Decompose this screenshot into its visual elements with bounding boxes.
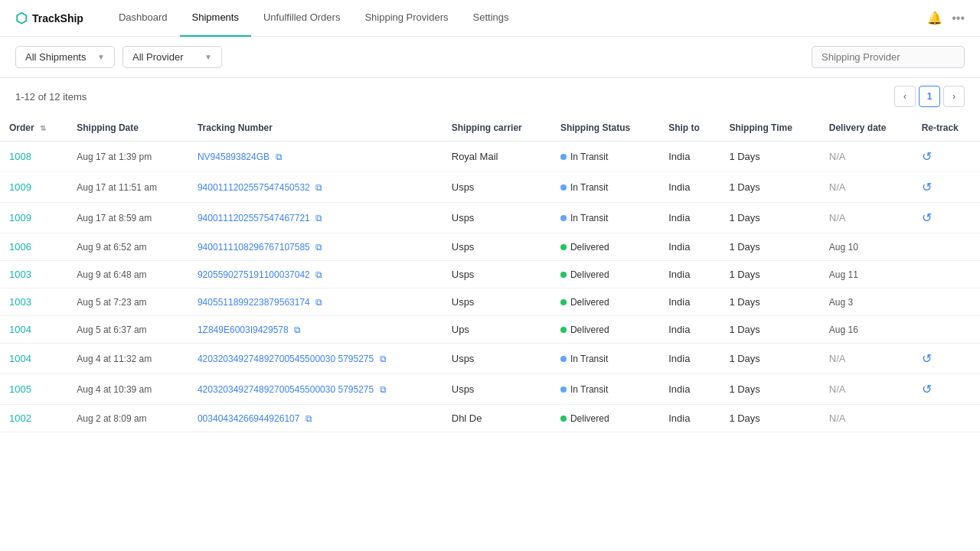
copy-icon[interactable]: ⧉ [305, 413, 312, 424]
tracking-number-link[interactable]: 420320349274892700545500030 5795275 [198, 384, 374, 395]
copy-icon[interactable]: ⧉ [315, 213, 322, 223]
col-shipping-time: Shipping Time [720, 115, 819, 142]
prev-page-button[interactable]: ‹ [894, 86, 916, 107]
tracking-number-link[interactable]: NV945893824GB [198, 152, 270, 162]
order-link[interactable]: 1009 [9, 212, 31, 223]
cell-delivery-date: N/A [820, 405, 913, 432]
tab-settings[interactable]: Settings [461, 0, 521, 37]
retrack-button[interactable]: ↺ [922, 352, 932, 365]
ship-to-value: India [668, 383, 690, 395]
cell-retrack: ↺ [913, 344, 980, 374]
copy-icon[interactable]: ⧉ [380, 354, 387, 364]
copy-icon[interactable]: ⧉ [315, 297, 322, 308]
order-link[interactable]: 1004 [9, 353, 31, 364]
chevron-down-icon: ▼ [97, 53, 105, 61]
shipping-time-value: 1 Days [729, 383, 760, 395]
cell-carrier: Dhl De [443, 405, 551, 432]
cell-tracking-number: 9405511899223879563174 ⧉ [188, 289, 443, 316]
order-link[interactable]: 1009 [9, 181, 31, 193]
order-link[interactable]: 1005 [9, 383, 31, 395]
tracking-number-link[interactable]: 9405511899223879563174 [198, 297, 310, 308]
copy-icon[interactable]: ⧉ [315, 269, 322, 280]
cell-shipping-date: Aug 17 at 8:59 am [67, 203, 188, 233]
cell-shipping-date: Aug 5 at 7:23 am [67, 289, 188, 316]
cell-carrier: Usps [443, 261, 551, 289]
tab-shipments[interactable]: Shipments [180, 0, 251, 37]
order-link[interactable]: 1003 [9, 296, 31, 308]
copy-icon[interactable]: ⧉ [294, 324, 301, 335]
retrack-button[interactable]: ↺ [922, 150, 932, 163]
cell-tracking-number: 9400111108296767107585 ⧉ [188, 233, 443, 261]
cell-tracking-number: 9400111202557547450532 ⧉ [188, 172, 443, 203]
retrack-button[interactable]: ↺ [922, 211, 932, 224]
col-order[interactable]: Order ⇅ [0, 115, 67, 142]
order-link[interactable]: 1006 [9, 241, 31, 253]
status-badge: In Transit [560, 182, 650, 193]
order-link[interactable]: 1008 [9, 151, 31, 162]
col-shipping-date: Shipping Date [67, 115, 188, 142]
delivery-date-na: N/A [829, 383, 846, 395]
next-page-button[interactable]: › [943, 86, 965, 107]
shipments-filter-dropdown[interactable]: All Shipments ▼ [15, 46, 115, 68]
cell-shipping-date: Aug 9 at 6:52 am [67, 233, 188, 261]
status-badge: Delivered [560, 297, 650, 308]
delivery-date-value: Aug 10 [829, 242, 858, 253]
cell-retrack [913, 261, 980, 289]
copy-icon[interactable]: ⧉ [315, 242, 322, 253]
cell-shipping-time: 1 Days [720, 142, 819, 172]
tab-unfulfilled[interactable]: Unfulfilled Orders [251, 0, 352, 37]
status-dot [560, 416, 567, 422]
cell-order: 1005 [0, 374, 67, 405]
order-link[interactable]: 1002 [9, 412, 31, 424]
page-1-button[interactable]: 1 [919, 86, 940, 107]
cell-delivery-date: N/A [820, 203, 913, 233]
cell-status: Delivered [551, 405, 659, 432]
delivery-date-na: N/A [829, 412, 846, 424]
cell-delivery-date: N/A [820, 172, 913, 203]
delivery-date-na: N/A [829, 181, 846, 193]
ship-to-value: India [668, 412, 690, 424]
status-dot [560, 154, 567, 160]
tracking-number-link[interactable]: 1Z849E6003I9429578 [198, 324, 289, 335]
status-label: Delivered [570, 297, 609, 308]
status-badge: In Transit [560, 152, 650, 162]
copy-icon[interactable]: ⧉ [380, 384, 387, 395]
carrier-value: Usps [452, 212, 475, 223]
cell-order: 1009 [0, 172, 67, 203]
status-label: Delivered [570, 324, 609, 335]
retrack-button[interactable]: ↺ [922, 383, 932, 396]
cell-status: In Transit [551, 203, 659, 233]
cell-shipping-time: 1 Days [720, 289, 819, 316]
provider-filter-dropdown[interactable]: All Provider ▼ [122, 46, 222, 68]
status-badge: Delivered [560, 269, 650, 280]
more-options-icon[interactable]: ••• [952, 11, 965, 25]
delivery-date-value: Aug 11 [829, 269, 858, 280]
delivery-date-na: N/A [829, 212, 846, 223]
copy-icon[interactable]: ⧉ [315, 182, 322, 193]
order-link[interactable]: 1004 [9, 324, 31, 335]
tab-shipping-providers[interactable]: Shipping Providers [352, 0, 460, 37]
carrier-value: Ups [452, 324, 469, 335]
cell-order: 1002 [0, 405, 67, 432]
order-link[interactable]: 1003 [9, 269, 31, 280]
tab-dashboard[interactable]: Dashboard [106, 0, 180, 37]
tracking-number-link[interactable]: 00340434266944926107 [198, 413, 299, 424]
tracking-number-link[interactable]: 9400111202557547467721 [198, 213, 310, 223]
status-dot [560, 184, 567, 191]
retrack-button[interactable]: ↺ [922, 181, 932, 194]
cell-order: 1008 [0, 142, 67, 172]
tracking-number-link[interactable]: 420320349274892700545500030 5795275 [198, 354, 374, 364]
status-dot [560, 244, 567, 250]
shipping-date-value: Aug 5 at 6:37 am [77, 324, 146, 335]
status-label: Delivered [570, 242, 609, 253]
tracking-number-link[interactable]: 9400111202557547450532 [198, 182, 310, 193]
tracking-number-link[interactable]: 9205590275191100037042 [198, 269, 310, 280]
cell-order: 1003 [0, 289, 67, 316]
copy-icon[interactable]: ⧉ [276, 152, 283, 162]
bell-icon[interactable]: 🔔 [927, 11, 942, 25]
status-badge: Delivered [560, 413, 650, 424]
table-row: 1005 Aug 4 at 10:39 am 42032034927489270… [0, 374, 980, 405]
search-provider-input[interactable] [812, 46, 965, 68]
cell-delivery-date: Aug 3 [820, 289, 913, 316]
tracking-number-link[interactable]: 9400111108296767107585 [198, 242, 310, 253]
